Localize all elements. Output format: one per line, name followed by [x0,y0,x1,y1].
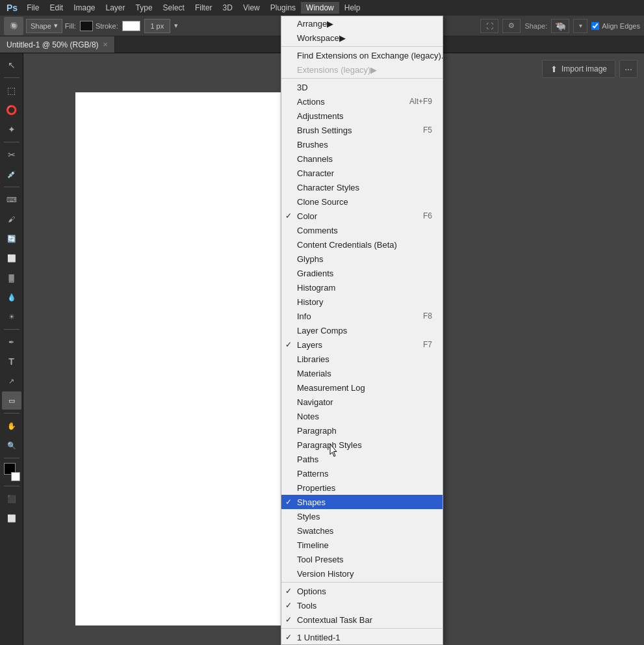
menu-item-tools[interactable]: ✓ Tools [281,598,443,612]
menu-file[interactable]: File [21,2,44,14]
menu-item-arrange[interactable]: Arrange ▶ [281,16,443,31]
menu-item-extensions-legacy[interactable]: Extensions (legacy) ▶ [281,62,443,77]
menu-item-comments[interactable]: Comments [281,223,443,237]
menu-item-character-styles[interactable]: Character Styles [281,180,443,194]
clone-tool[interactable]: 🔄 [2,230,21,248]
marquee-tool[interactable]: ⬚ [2,81,21,99]
menu-item-notes[interactable]: Notes [281,409,443,423]
menu-layer[interactable]: Layer [101,2,131,14]
menu-item-actions[interactable]: Actions Alt+F9 [281,94,443,109]
background-color[interactable] [11,472,20,481]
menu-item-channels[interactable]: Channels [281,151,443,166]
menu-item-clone-source[interactable]: Clone Source [281,194,443,209]
eyedropper-tool[interactable]: 💉 [2,165,21,183]
menu-item-character[interactable]: Character [281,166,443,180]
fill-color-swatch[interactable] [80,21,93,31]
menu-item-paragraph[interactable]: Paragraph [281,423,443,438]
menu-item-measurement-log[interactable]: Measurement Log [281,380,443,395]
menu-edit[interactable]: Edit [44,2,68,14]
healing-tool[interactable]: ⌨ [2,191,21,209]
menu-view[interactable]: View [238,2,265,14]
layers-checkmark: ✓ [285,340,292,349]
toolbar-icon-1[interactable]: ⛶ [480,19,498,33]
stroke-size-input[interactable]: 1 px [144,19,170,33]
menu-item-styles[interactable]: Styles [281,509,443,523]
hand-tool[interactable]: ✋ [2,417,21,435]
menu-help[interactable]: Help [339,2,366,14]
menu-item-layers[interactable]: ✓ Layers F7 [281,337,443,352]
menu-item-libraries[interactable]: Libraries [281,352,443,366]
shape-selector[interactable]: Shape ▾ [26,19,62,33]
menu-item-patterns[interactable]: Patterns [281,466,443,480]
move-tool[interactable]: ↖ [2,56,21,74]
menu-item-timeline[interactable]: Timeline [281,538,443,552]
menu-item-tool-presets[interactable]: Tool Presets [281,552,443,566]
menu-item-histogram[interactable]: Histogram [281,280,443,295]
shape-tool[interactable]: ▭ [2,391,21,410]
toolbar-shape-icon[interactable]: 🔘 [4,17,23,35]
tab-untitled1[interactable]: Untitled-1 @ 50% (RGB/8) ✕ [0,36,115,53]
menu-image[interactable]: Image [68,2,100,14]
zoom-tool[interactable]: 🔍 [2,436,21,454]
menu-window[interactable]: Window [301,2,339,14]
menu-filter[interactable]: Filter [190,2,218,14]
screen-mode-tool[interactable]: ⬜ [2,509,21,527]
toolbar-icon-2[interactable]: ⚙ [502,19,521,33]
menu-item-color[interactable]: ✓ Color F6 [281,209,443,223]
menu-item-contextual-task-bar[interactable]: ✓ Contextual Task Bar [281,612,443,627]
shape-selector-arrow: ▾ [54,21,58,30]
menu-item-workspace[interactable]: Workspace ▶ [281,31,443,45]
menu-item-swatches[interactable]: Swatches [281,523,443,538]
path-select-tool[interactable]: ↗ [2,372,21,390]
menu-item-properties[interactable]: Properties [281,480,443,495]
fill-area: Fill: [65,21,93,31]
canvas-top-bar: ⬆ Import image ··· [542,60,638,78]
more-options-button[interactable]: ··· [619,60,638,78]
menu-plugins[interactable]: Plugins [265,2,301,14]
gradient-tool[interactable]: ▓ [2,269,21,287]
menu-item-glyphs[interactable]: Glyphs [281,252,443,266]
align-edges-checkbox[interactable] [591,22,599,30]
menu-item-shapes[interactable]: ✓ Shapes [281,495,443,509]
magic-wand-tool[interactable]: ✦ [2,120,21,138]
menu-item-history[interactable]: History [281,295,443,309]
menu-item-materials[interactable]: Materials [281,366,443,380]
pen-tool[interactable]: ✒ [2,333,21,351]
menu-item-navigator[interactable]: Navigator [281,395,443,409]
menu-item-content-credentials[interactable]: Content Credentials (Beta) [281,237,443,252]
tab-close-btn[interactable]: ✕ [103,41,108,48]
menu-item-3d[interactable]: 3D [281,80,443,94]
menu-select[interactable]: Select [158,2,190,14]
type-tool[interactable]: T [2,352,21,371]
blur-tool[interactable]: 💧 [2,288,21,306]
menu-item-brush-settings[interactable]: Brush Settings F5 [281,123,443,137]
info-shortcut: F8 [423,311,432,321]
menu-type[interactable]: Type [131,2,158,14]
lasso-tool[interactable]: ⭕ [2,101,21,119]
menu-item-workspace-label: Workspace [297,33,339,43]
separator-2 [281,78,443,79]
menu-item-version-history[interactable]: Version History [281,566,443,581]
menu-item-layer-comps[interactable]: Layer Comps [281,323,443,337]
eraser-tool[interactable]: ⬜ [2,249,21,267]
menu-item-options[interactable]: ✓ Options [281,584,443,598]
layers-shortcut: F7 [423,340,432,349]
quick-mask-tool[interactable]: ⬛ [2,490,21,508]
menu-item-find-extensions[interactable]: Find Extensions on Exchange (legacy)... [281,48,443,62]
brush-tool[interactable]: 🖌 [2,210,21,228]
shape-preview[interactable]: 🐃 [551,19,569,33]
menu-item-adjustments[interactable]: Adjustments [281,109,443,123]
import-image-button[interactable]: ⬆ Import image [542,60,615,78]
crop-tool[interactable]: ✂ [2,146,21,164]
menu-item-paragraph-styles[interactable]: Paragraph Styles [281,438,443,452]
menu-item-1-untitled1[interactable]: ✓ 1 Untitled-1 [281,630,443,644]
stroke-size-arrow[interactable]: ▾ [174,21,178,30]
menu-item-brushes[interactable]: Brushes [281,137,443,151]
menu-item-info[interactable]: Info F8 [281,309,443,323]
stroke-color-swatch[interactable] [122,21,140,31]
shape-arrow-btn[interactable]: ▾ [573,19,587,33]
dodge-tool[interactable]: ☀ [2,308,21,326]
menu-item-gradients[interactable]: Gradients [281,266,443,280]
menu-3d[interactable]: 3D [218,2,238,14]
menu-item-paths[interactable]: Paths [281,452,443,466]
